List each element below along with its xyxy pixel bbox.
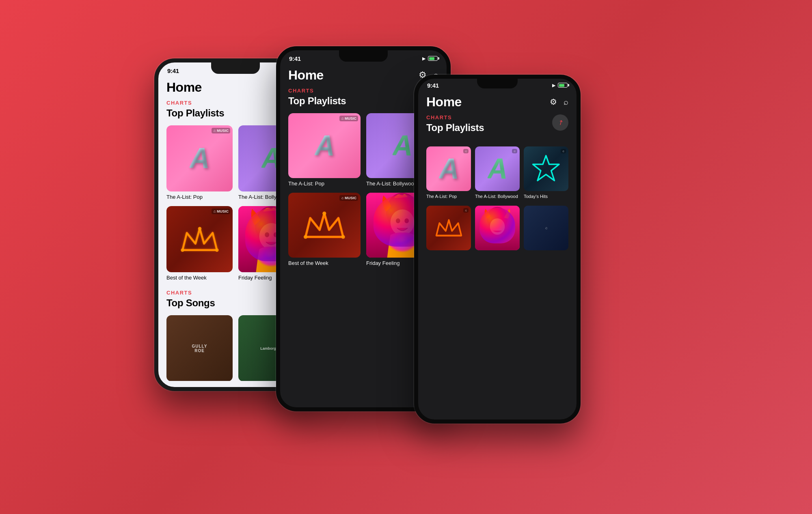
section-label-3: CHARTS bbox=[426, 114, 552, 120]
svg-point-16 bbox=[487, 207, 508, 231]
status-time-2: 9:41 bbox=[289, 55, 301, 62]
app-title-2: Home bbox=[288, 68, 324, 83]
artwork-3-extra: ♫ bbox=[524, 206, 568, 250]
search-icon-3[interactable]: ⌕ bbox=[564, 97, 568, 107]
artwork-3-friday: ♫ bbox=[475, 206, 520, 250]
playlist-item-3-bestweek[interactable]: ♫ bbox=[426, 206, 471, 250]
location-icon-3: ▶ bbox=[552, 83, 555, 88]
notch-3 bbox=[477, 79, 518, 88]
settings-icon-3[interactable]: ⚙ bbox=[550, 97, 557, 107]
artwork-3-todayshits: ♫ bbox=[524, 146, 568, 191]
am-badge-2a: ♫ MUSIC bbox=[339, 116, 358, 121]
artwork-alist-pop-2: ♫ MUSIC bbox=[288, 113, 361, 178]
section-header-row: CHARTS Top Playlists ↗ bbox=[426, 114, 568, 140]
battery-body-2 bbox=[428, 56, 438, 61]
bottom-row: ♫ ♫ bbox=[426, 206, 568, 250]
status-time-3: 9:41 bbox=[427, 82, 439, 89]
battery-fill-2 bbox=[429, 57, 434, 60]
section-title-3: Top Playlists bbox=[426, 122, 552, 133]
app-title: Home bbox=[166, 80, 202, 95]
location-icon-2: ▶ bbox=[422, 56, 425, 61]
status-right-3: ▶ bbox=[552, 83, 568, 88]
playlist-grid-3: ♫ The A-List: Pop ♫ The A-List: Bollywoo… bbox=[426, 146, 568, 199]
playlist-item-alistpop[interactable]: ♫ MUSIC The A-List: Pop bbox=[166, 125, 233, 201]
app-title-3: Home bbox=[426, 95, 462, 110]
svg-point-11 bbox=[391, 210, 415, 236]
playlist-item-alistpop-2[interactable]: ♫ MUSIC The A-List: Pop bbox=[288, 113, 361, 187]
playlist-name-bestweek-2: Best of the Week bbox=[288, 260, 361, 267]
playlist-name-3-bollywood: The A-List: Bollywood bbox=[475, 194, 520, 199]
playlist-name-bestweek: Best of the Week bbox=[166, 275, 233, 282]
am-badge-3a: ♫ bbox=[463, 149, 469, 153]
header-icons-3: ⚙ ⌕ bbox=[550, 97, 568, 107]
battery-body-3 bbox=[558, 83, 568, 88]
playlist-item-3-bollywood[interactable]: ♫ The A-List: Bollywood bbox=[475, 146, 520, 199]
person-svg-3 bbox=[475, 206, 520, 250]
artwork-bestweek-2: ♫ MUSIC bbox=[288, 193, 361, 258]
crown-svg bbox=[178, 218, 221, 261]
playlist-name-3-alistpop: The A-List: Pop bbox=[426, 194, 471, 199]
svg-point-10 bbox=[386, 193, 419, 230]
artwork-song1: GULLYROE bbox=[166, 315, 233, 381]
status-right-2: ▶ bbox=[422, 56, 438, 61]
artwork-bestweek: ♫ MUSIC bbox=[166, 206, 233, 272]
notch-2 bbox=[339, 50, 388, 62]
chart-arrow-icon: ↗ bbox=[556, 118, 565, 127]
section-header-titles: CHARTS Top Playlists bbox=[426, 114, 552, 140]
playlist-item-3-extra[interactable]: ♫ bbox=[524, 206, 568, 250]
phone-dark-right: 9:41 ▶ Home ⚙ ⌕ CHARTS bbox=[414, 75, 581, 424]
playlist-name-alistpop: The A-List: Pop bbox=[166, 194, 233, 201]
song-item-1[interactable]: GULLYROE bbox=[166, 315, 233, 381]
playlist-name-alistpop-2: The A-List: Pop bbox=[288, 181, 361, 187]
extra-label: ♫ bbox=[543, 224, 549, 232]
playlist-item-bestweek-2[interactable]: ♫ MUSIC Best of the Week bbox=[288, 193, 361, 267]
friday-person-3 bbox=[475, 206, 520, 250]
svg-point-5 bbox=[265, 232, 269, 237]
am-badge-bestweek: ♫ MUSIC bbox=[212, 209, 230, 214]
artwork-alist-pop: ♫ MUSIC bbox=[166, 125, 233, 191]
star-svg bbox=[531, 154, 561, 183]
svg-marker-14 bbox=[533, 155, 559, 180]
playlist-name-3-todayshits: Today's Hits bbox=[524, 194, 568, 199]
am-badge-2c: ♫ MUSIC bbox=[339, 195, 358, 201]
am-badge: ♫ MUSIC bbox=[212, 128, 230, 133]
playlist-item-3-friday[interactable]: ♫ bbox=[475, 206, 520, 250]
notch bbox=[211, 62, 260, 74]
svg-point-13 bbox=[404, 219, 409, 224]
am-badge-3b: ♫ bbox=[512, 149, 517, 153]
artwork-3-alistpop: ♫ bbox=[426, 146, 471, 191]
battery-icon-3 bbox=[558, 83, 568, 88]
crown-svg-3 bbox=[433, 212, 464, 243]
am-badge-3d: ♫ bbox=[463, 208, 469, 213]
svg-point-17 bbox=[490, 218, 505, 234]
phones-container: 9:41 ▶ Home ⚙ ⌕ CHARTS Top Playlists bbox=[122, 34, 690, 480]
app-header-2: Home ⚙ ⌕ bbox=[288, 65, 438, 88]
playlist-item-3-todayshits[interactable]: ♫ Today's Hits bbox=[524, 146, 568, 199]
crown-svg-2 bbox=[301, 204, 348, 246]
battery-fill-3 bbox=[559, 84, 564, 87]
phone-content-3: Home ⚙ ⌕ CHARTS Top Playlists ↗ bbox=[418, 91, 577, 412]
playlist-item-bestweek[interactable]: ♫ MUSIC bbox=[166, 206, 233, 282]
app-header-3: Home ⚙ ⌕ bbox=[426, 91, 568, 114]
am-badge-3c: ♫ bbox=[561, 149, 566, 153]
battery-icon-2 bbox=[428, 56, 438, 61]
playlist-item-3-alistpop[interactable]: ♫ The A-List: Pop bbox=[426, 146, 471, 199]
status-time: 9:41 bbox=[167, 67, 179, 74]
svg-point-12 bbox=[396, 219, 400, 224]
artwork-3-bollywood: ♫ bbox=[475, 146, 520, 191]
chart-button[interactable]: ↗ bbox=[552, 114, 568, 131]
artwork-3-bestweek: ♫ bbox=[426, 206, 471, 250]
